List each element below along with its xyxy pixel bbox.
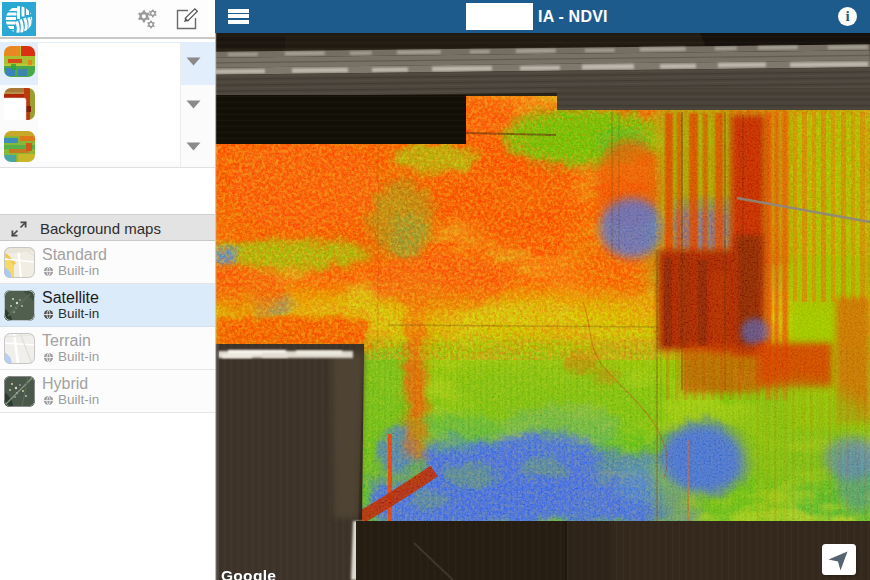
svg-text:Google: Google xyxy=(221,567,276,580)
